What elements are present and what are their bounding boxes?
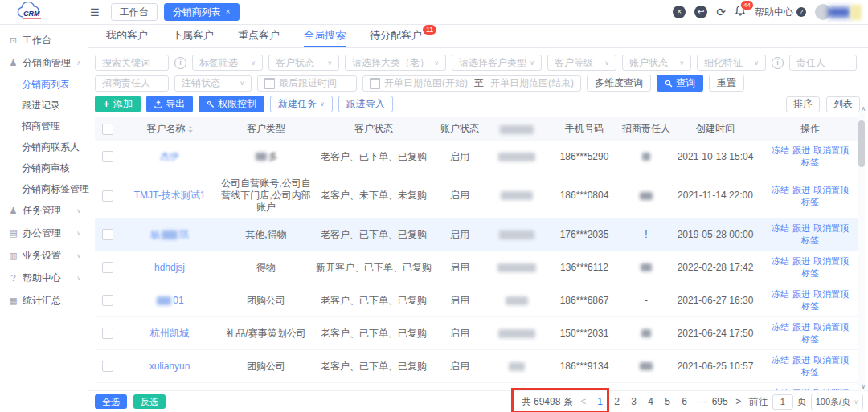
row-action-冻结[interactable]: 冻结 <box>772 289 789 299</box>
row-action-标签[interactable]: 标签 <box>801 197 819 206</box>
filter-input-搜索关键词[interactable]: 搜索关键词 <box>95 55 169 71</box>
tab-待分配客户[interactable]: 待分配客户11 <box>370 24 436 47</box>
filter-input-招商责任人[interactable]: 招商责任人 <box>95 75 169 92</box>
row-action-冻结[interactable]: 冻结 <box>772 322 789 332</box>
sidebar-item-任务管理[interactable]: ♟任务管理∨ <box>0 199 88 222</box>
list-button[interactable]: 列表 <box>826 96 860 112</box>
filter-select-注销状态[interactable]: 注销状态∨ <box>174 75 252 92</box>
select-all-checkbox[interactable] <box>102 124 113 135</box>
row-checkbox[interactable] <box>102 295 113 306</box>
info-icon[interactable]: i <box>772 57 784 69</box>
filter-select-标签筛选[interactable]: 标签筛选∨ <box>192 55 263 71</box>
sidebar-subitem-招商管理[interactable]: 招商管理 <box>0 116 88 137</box>
sidebar-subitem-分销商列表[interactable]: 分销商列表 <box>0 74 88 95</box>
row-action-冻结[interactable]: 冻结 <box>772 145 789 155</box>
row-action-取消置顶[interactable]: 取消置顶 <box>813 322 849 332</box>
scroll-up-icon[interactable]: ∧ <box>861 105 866 112</box>
row-action-跟进[interactable]: 跟进 <box>792 289 810 299</box>
hamburger-menu-icon[interactable]: ☰ <box>90 6 100 18</box>
row-action-标签[interactable]: 标签 <box>801 367 819 377</box>
multi-query-button[interactable]: 多维度查询 <box>587 75 651 92</box>
info-icon[interactable]: i <box>174 57 186 69</box>
row-action-冻结[interactable]: 冻结 <box>772 185 789 194</box>
filter-select-账户状态[interactable]: 账户状态∨ <box>622 55 691 71</box>
sidebar-item-工作台[interactable]: ⊡工作台 <box>0 29 88 51</box>
notification-bell-icon[interactable]: 44 <box>735 5 746 19</box>
page-6[interactable]: 6 <box>678 396 691 407</box>
row-checkbox[interactable] <box>102 229 113 240</box>
row-action-冻结[interactable]: 冻结 <box>772 355 789 365</box>
add-button[interactable]: 添加 <box>95 96 141 112</box>
row-action-取消置顶[interactable]: 取消置顶 <box>813 145 849 155</box>
sidebar-item-帮助中心[interactable]: ?帮助中心∨ <box>0 267 88 289</box>
row-action-跟进[interactable]: 跟进 <box>792 185 810 194</box>
customer-name-text[interactable]: 01 <box>173 295 183 306</box>
window-tab-工作台[interactable]: 工作台 <box>111 3 158 21</box>
page-size-select[interactable]: 100条/页 ∨ <box>811 394 863 410</box>
select-all-button[interactable]: 全选 <box>95 394 127 409</box>
user-avatar[interactable] <box>815 4 862 20</box>
row-action-取消置顶[interactable]: 取消置顶 <box>813 185 849 194</box>
row-checkbox[interactable] <box>102 190 113 202</box>
row-checkbox[interactable] <box>102 361 113 372</box>
row-action-跟进[interactable]: 跟进 <box>792 355 810 365</box>
next-page-button[interactable]: > <box>732 396 745 407</box>
row-action-取消置顶[interactable]: 取消置顶 <box>813 223 849 233</box>
row-action-跟进[interactable]: 跟进 <box>792 223 810 233</box>
sort-button[interactable]: 排序 <box>786 96 820 112</box>
close-all-icon[interactable]: × <box>673 6 686 18</box>
customer-name-text[interactable]: TMJT-技术测试1 <box>134 190 206 201</box>
row-action-标签[interactable]: 标签 <box>801 157 819 167</box>
help-center-button[interactable]: 帮助中心 ? <box>755 6 806 19</box>
filter-select-客户等级[interactable]: 客户等级∨ <box>547 55 616 71</box>
sidebar-subitem-分销商联系人[interactable]: 分销商联系人 <box>0 137 88 157</box>
row-action-冻结[interactable]: 冻结 <box>772 256 789 266</box>
customer-name-text[interactable]: 琪 <box>179 229 189 240</box>
close-tab-icon[interactable]: × <box>226 5 231 19</box>
prev-page-button[interactable]: < <box>577 396 590 407</box>
back-icon[interactable]: ↩ <box>694 6 707 18</box>
goto-page-input[interactable] <box>772 394 793 410</box>
sort-icon[interactable] <box>188 124 193 135</box>
page-4[interactable]: 4 <box>645 396 657 407</box>
search-button[interactable]: 查询 <box>657 75 703 92</box>
customer-name-text[interactable]: 杭州凯城 <box>150 328 189 339</box>
window-tab-分销商列表[interactable]: 分销商列表× <box>164 3 240 21</box>
row-action-取消置顶[interactable]: 取消置顶 <box>813 256 849 266</box>
row-action-标签[interactable]: 标签 <box>801 334 819 344</box>
sidebar-item-分销商管理[interactable]: ♟分销商管理∧ <box>0 51 88 74</box>
page-695[interactable]: 695 <box>712 396 728 407</box>
row-action-取消置顶[interactable]: 取消置顶 <box>813 355 849 365</box>
table-scrollbar[interactable] <box>858 112 865 392</box>
row-action-标签[interactable]: 标签 <box>801 268 819 278</box>
sidebar-subitem-跟进记录[interactable]: 跟进记录 <box>0 95 88 116</box>
row-checkbox[interactable] <box>102 151 113 162</box>
page-5[interactable]: 5 <box>661 396 674 407</box>
sidebar-item-统计汇总[interactable]: ▦统计汇总 <box>0 289 88 312</box>
row-action-标签[interactable]: 标签 <box>801 301 819 311</box>
refresh-icon[interactable]: ⟳ <box>716 6 726 18</box>
filter-select-客户状态[interactable]: 客户状态∨ <box>268 55 339 71</box>
filter-input-责任人[interactable]: 责任人 <box>789 55 857 71</box>
page-3[interactable]: 3 <box>628 396 641 407</box>
invert-select-button[interactable]: 反选 <box>133 394 166 409</box>
row-checkbox[interactable] <box>102 262 113 273</box>
row-action-跟进[interactable]: 跟进 <box>792 145 810 155</box>
tab-我的客户[interactable]: 我的客户 <box>106 24 148 47</box>
row-action-跟进[interactable]: 跟进 <box>792 322 810 332</box>
reset-button[interactable]: 重置 <box>709 75 744 92</box>
follow-import-button[interactable]: 跟进导入 <box>338 96 393 112</box>
scroll-down-icon[interactable]: ∨ <box>861 383 866 390</box>
new-task-button[interactable]: 新建任务 ∨ <box>270 96 333 112</box>
filter-select-请选择大类（老）[interactable]: 请选择大类（老）∨ <box>345 55 446 71</box>
customer-name-text[interactable]: 杨 <box>150 229 160 240</box>
filter-daterange-开单日期范围(开始)[interactable]: 开单日期范围(开始)至开单日期范围(结束) <box>362 75 581 92</box>
page-1[interactable]: 1 <box>594 396 607 407</box>
customer-name-text[interactable]: xulianyun <box>149 361 190 372</box>
sidebar-item-业务设置[interactable]: ▥业务设置∨ <box>0 244 88 267</box>
tab-下属客户[interactable]: 下属客户 <box>172 24 214 47</box>
customer-name-text[interactable]: 杰伊 <box>160 151 179 162</box>
customer-name-text[interactable]: hdhdjsj <box>154 262 185 273</box>
row-action-跟进[interactable]: 跟进 <box>792 256 810 266</box>
sidebar-item-办公管理[interactable]: ▤办公管理∨ <box>0 222 88 244</box>
